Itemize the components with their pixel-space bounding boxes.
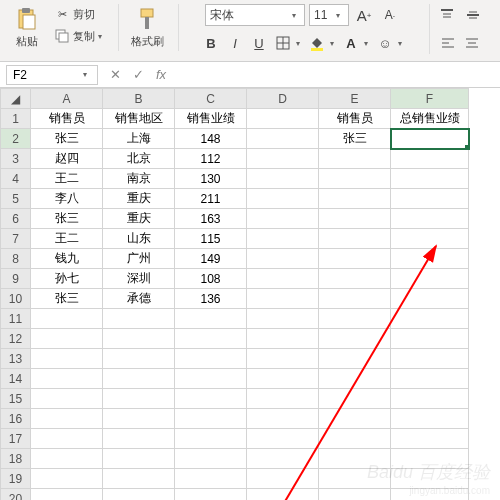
cell-E16[interactable]	[319, 409, 391, 429]
col-header-C[interactable]: C	[175, 89, 247, 109]
cell-B15[interactable]	[103, 389, 175, 409]
cell-A8[interactable]: 钱九	[31, 249, 103, 269]
cell-F15[interactable]	[391, 389, 469, 409]
paste-button[interactable]: 粘贴	[8, 4, 46, 51]
cell-A12[interactable]	[31, 329, 103, 349]
col-header-A[interactable]: A	[31, 89, 103, 109]
row-header-1[interactable]: 1	[1, 109, 31, 129]
cell-A15[interactable]	[31, 389, 103, 409]
cell-D15[interactable]	[247, 389, 319, 409]
cell-D20[interactable]	[247, 489, 319, 501]
cell-B20[interactable]	[103, 489, 175, 501]
col-header-D[interactable]: D	[247, 89, 319, 109]
cell-C15[interactable]	[175, 389, 247, 409]
cell-C1[interactable]: 销售业绩	[175, 109, 247, 129]
cell-F17[interactable]	[391, 429, 469, 449]
cell-C13[interactable]	[175, 349, 247, 369]
row-header-8[interactable]: 8	[1, 249, 31, 269]
cell-A19[interactable]	[31, 469, 103, 489]
row-header-7[interactable]: 7	[1, 229, 31, 249]
cell-F1[interactable]: 总销售业绩	[391, 109, 469, 129]
cell-C14[interactable]	[175, 369, 247, 389]
increase-font-button[interactable]: A+	[353, 4, 375, 26]
cell-E10[interactable]	[319, 289, 391, 309]
format-painter-button[interactable]: 格式刷	[125, 4, 170, 51]
select-all-corner[interactable]: ◢	[1, 89, 31, 109]
cell-B5[interactable]: 重庆	[103, 189, 175, 209]
bold-button[interactable]: B	[200, 32, 222, 54]
row-header-13[interactable]: 13	[1, 349, 31, 369]
cell-A5[interactable]: 李八	[31, 189, 103, 209]
cell-E14[interactable]	[319, 369, 391, 389]
cell-D16[interactable]	[247, 409, 319, 429]
cell-D10[interactable]	[247, 289, 319, 309]
cell-F3[interactable]	[391, 149, 469, 169]
cell-F10[interactable]	[391, 289, 469, 309]
row-header-6[interactable]: 6	[1, 209, 31, 229]
cell-B13[interactable]	[103, 349, 175, 369]
cell-E13[interactable]	[319, 349, 391, 369]
cell-B6[interactable]: 重庆	[103, 209, 175, 229]
cell-C9[interactable]: 108	[175, 269, 247, 289]
cell-C2[interactable]: 148	[175, 129, 247, 149]
cell-D19[interactable]	[247, 469, 319, 489]
cell-E12[interactable]	[319, 329, 391, 349]
cell-F16[interactable]	[391, 409, 469, 429]
phonetic-button[interactable]: ☺	[374, 32, 396, 54]
row-header-14[interactable]: 14	[1, 369, 31, 389]
cell-D8[interactable]	[247, 249, 319, 269]
font-size-select[interactable]: 11▾	[309, 4, 349, 26]
cell-C16[interactable]	[175, 409, 247, 429]
copy-button[interactable]: 复制 ▾	[50, 26, 110, 46]
cell-A10[interactable]: 张三	[31, 289, 103, 309]
cell-A3[interactable]: 赵四	[31, 149, 103, 169]
cell-F4[interactable]	[391, 169, 469, 189]
cell-E11[interactable]	[319, 309, 391, 329]
row-header-4[interactable]: 4	[1, 169, 31, 189]
cell-B3[interactable]: 北京	[103, 149, 175, 169]
cell-F2[interactable]	[391, 129, 469, 149]
row-header-3[interactable]: 3	[1, 149, 31, 169]
cell-B16[interactable]	[103, 409, 175, 429]
cell-B12[interactable]	[103, 329, 175, 349]
cell-A4[interactable]: 王二	[31, 169, 103, 189]
cell-C4[interactable]: 130	[175, 169, 247, 189]
cell-E9[interactable]	[319, 269, 391, 289]
cell-D18[interactable]	[247, 449, 319, 469]
name-box[interactable]: F2 ▾	[6, 65, 98, 85]
cell-A16[interactable]	[31, 409, 103, 429]
cell-B7[interactable]: 山东	[103, 229, 175, 249]
font-name-select[interactable]: 宋体▾	[205, 4, 305, 26]
row-header-15[interactable]: 15	[1, 389, 31, 409]
cell-A9[interactable]: 孙七	[31, 269, 103, 289]
cell-B1[interactable]: 销售地区	[103, 109, 175, 129]
row-header-10[interactable]: 10	[1, 289, 31, 309]
col-header-E[interactable]: E	[319, 89, 391, 109]
cell-E8[interactable]	[319, 249, 391, 269]
align-middle-button[interactable]	[462, 4, 484, 26]
cell-D1[interactable]	[247, 109, 319, 129]
align-left-button[interactable]	[437, 32, 459, 54]
cell-C18[interactable]	[175, 449, 247, 469]
cell-E3[interactable]	[319, 149, 391, 169]
row-header-19[interactable]: 19	[1, 469, 31, 489]
cell-A6[interactable]: 张三	[31, 209, 103, 229]
cell-F8[interactable]	[391, 249, 469, 269]
border-button[interactable]	[272, 32, 294, 54]
cell-D14[interactable]	[247, 369, 319, 389]
cell-F7[interactable]	[391, 229, 469, 249]
cell-F11[interactable]	[391, 309, 469, 329]
cell-D11[interactable]	[247, 309, 319, 329]
italic-button[interactable]: I	[224, 32, 246, 54]
cell-D2[interactable]	[247, 129, 319, 149]
cancel-icon[interactable]: ✕	[104, 67, 127, 82]
row-header-2[interactable]: 2	[1, 129, 31, 149]
cell-A14[interactable]	[31, 369, 103, 389]
cell-F12[interactable]	[391, 329, 469, 349]
cell-C12[interactable]	[175, 329, 247, 349]
cell-E7[interactable]	[319, 229, 391, 249]
cell-C10[interactable]: 136	[175, 289, 247, 309]
cell-A20[interactable]	[31, 489, 103, 501]
cell-D13[interactable]	[247, 349, 319, 369]
cell-F13[interactable]	[391, 349, 469, 369]
